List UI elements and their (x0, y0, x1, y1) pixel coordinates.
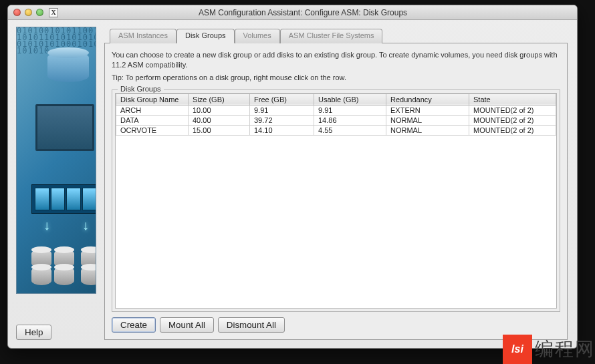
description-text: You can choose to create a new disk grou… (112, 50, 560, 70)
cell-usable: 14.86 (314, 115, 386, 125)
table-row[interactable]: ARCH 10.00 9.91 9.91 EXTERN MOUNTED(2 of… (116, 105, 556, 115)
minimize-icon[interactable] (25, 9, 32, 16)
watermark-logo: lsi (503, 335, 532, 364)
app-window: X ASM Configuration Assistant: Configure… (7, 5, 578, 349)
tab-asm-instances[interactable]: ASM Instances (110, 29, 176, 43)
cell-state: MOUNTED(2 of 2) (469, 105, 556, 115)
watermark-text: 编程网 (535, 337, 595, 362)
disk-groups-table[interactable]: Disk Group Name Size (GB) Free (GB) Usab… (115, 93, 557, 309)
cell-name: OCRVOTE (116, 125, 189, 135)
tip-text: Tip: To perform operations on a disk gro… (112, 73, 560, 83)
titlebar: X ASM Configuration Assistant: Configure… (8, 5, 577, 20)
window-title: ASM Configuration Assistant: Configure A… (61, 8, 572, 17)
cell-name: DATA (116, 115, 189, 125)
action-buttons: Create Mount All Dismount All (112, 317, 560, 333)
cell-free: 39.72 (250, 115, 314, 125)
cell-name: ARCH (116, 105, 189, 115)
col-redundancy[interactable]: Redundancy (386, 94, 469, 105)
table-header: Disk Group Name Size (GB) Free (GB) Usab… (116, 94, 556, 105)
tab-acfs: ASM Cluster File Systems (280, 29, 383, 43)
cell-state: MOUNTED(2 of 2) (469, 125, 556, 135)
x11-icon: X (49, 8, 58, 17)
col-disk-group-name[interactable]: Disk Group Name (116, 94, 189, 105)
disk-groups-fieldset: Disk Groups Disk Group Name Size (GB) Fr… (112, 89, 560, 312)
close-icon[interactable] (13, 9, 21, 16)
create-button[interactable]: Create (112, 317, 156, 333)
cell-redundancy: NORMAL (386, 115, 469, 125)
fieldset-legend: Disk Groups (118, 85, 164, 93)
tab-volumes: Volumes (235, 29, 280, 43)
cell-free: 14.10 (250, 125, 314, 135)
cell-size: 10.00 (189, 105, 250, 115)
table-row[interactable]: OCRVOTE 15.00 14.10 4.55 NORMAL MOUNTED(… (116, 125, 556, 135)
col-free[interactable]: Free (GB) (250, 94, 314, 105)
dismount-all-button[interactable]: Dismount All (218, 317, 285, 333)
cell-size: 40.00 (189, 115, 250, 125)
wizard-illustration: 0101001010110010101 1010110101010101100 … (16, 27, 96, 294)
window-controls (13, 9, 43, 16)
col-size[interactable]: Size (GB) (189, 94, 250, 105)
col-usable[interactable]: Usable (GB) (314, 94, 386, 105)
cell-free: 9.91 (250, 105, 314, 115)
mount-all-button[interactable]: Mount All (160, 317, 214, 333)
cell-redundancy: NORMAL (386, 125, 469, 135)
tab-disk-groups[interactable]: Disk Groups (176, 29, 235, 43)
col-state[interactable]: State (469, 94, 556, 105)
cell-redundancy: EXTERN (386, 105, 469, 115)
table-row[interactable]: DATA 40.00 39.72 14.86 NORMAL MOUNTED(2 … (116, 115, 556, 125)
cell-usable: 9.91 (314, 105, 386, 115)
cell-usable: 4.55 (314, 125, 386, 135)
site-watermark: lsi 编程网 (503, 335, 595, 364)
disk-groups-pane: You can choose to create a new disk grou… (104, 43, 568, 340)
tab-bar: ASM Instances Disk Groups Volumes ASM Cl… (110, 28, 568, 43)
zoom-icon[interactable] (36, 9, 43, 16)
help-button[interactable]: Help (16, 325, 51, 340)
cell-state: MOUNTED(2 of 2) (469, 115, 556, 125)
cell-size: 15.00 (189, 125, 250, 135)
